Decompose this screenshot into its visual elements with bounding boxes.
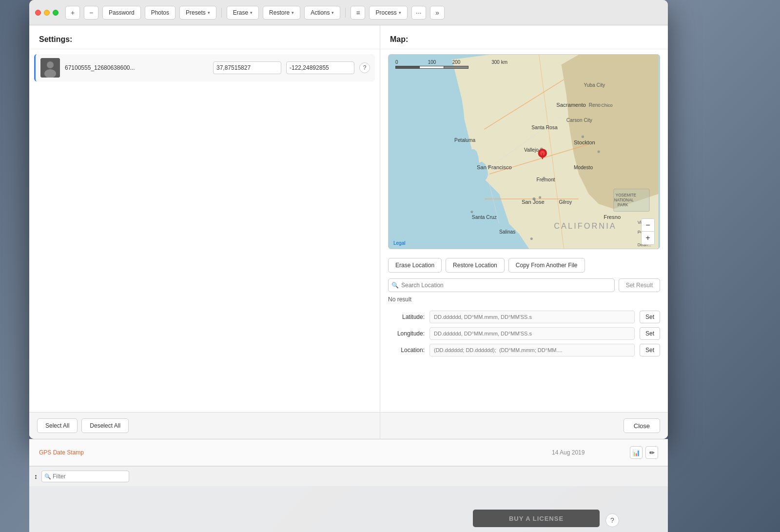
gps-stamp-text: GPS Date Stamp [34,449,552,456]
list-view-button[interactable]: ≡ [351,6,365,20]
more-button[interactable]: ··· [411,6,426,20]
legal-link[interactable]: Legal [393,240,405,246]
filter-input[interactable] [41,471,129,482]
location-set-button[interactable]: Set [640,344,660,356]
map-header: Map: [380,25,668,49]
photo-list-item[interactable]: 67100555_12680638600... ? [34,54,375,81]
search-location-input[interactable] [388,278,615,292]
svg-text:Santa Rosa: Santa Rosa [531,125,558,130]
no-result-label: No result [380,295,668,307]
minimize-window-button[interactable] [44,10,50,16]
coordinate-section: Latitude: Set Longitude: Set Location: S… [380,307,668,360]
svg-point-36 [582,136,584,138]
zoom-in-button[interactable]: + [642,232,654,244]
scale-label-100: 100 [420,59,444,65]
filter-bar: ↕ 🔍 [29,466,668,486]
below-window-area: GPS Date Stamp 14 Aug 2019 📊 ✏ ↕ 🔍 BUY A… [29,439,668,532]
expand-button[interactable]: » [430,6,445,20]
left-bottom-bar: Select All Deselect All [29,412,380,439]
photos-button[interactable]: Photos [145,6,176,20]
buy-license-button[interactable]: BUY A LICENSE [473,510,600,527]
presets-chevron-icon: ▾ [208,10,210,15]
svg-text:Reno: Reno [589,102,601,108]
help-button[interactable]: ? [359,62,370,73]
map-container[interactable]: Sacramento Stockton Santa Rosa Petaluma … [388,54,660,249]
restore-location-button[interactable]: Restore Location [446,258,505,273]
latitude-label: Latitude: [388,314,425,320]
svg-text:YOSEMITE: YOSEMITE [616,193,637,197]
set-result-button[interactable]: Set Result [619,278,660,292]
map-svg: Sacramento Stockton Santa Rosa Petaluma … [389,55,660,249]
process-button[interactable]: Process ▾ [369,6,407,20]
search-area: 🔍 Set Result [380,276,668,295]
photo-list: 67100555_12680638600... ? [29,49,380,412]
scale-label-0: 0 [395,59,420,65]
scale-label-200: 200 [444,59,468,65]
content-area: Settings: 67100555_12680638600... [29,25,668,439]
map-scale: 0 100 200 300 km [395,59,507,69]
location-label: Location: [388,347,425,354]
zoom-out-button[interactable]: − [642,219,654,232]
close-window-button[interactable] [35,10,41,16]
erase-location-button[interactable]: Erase Location [388,258,442,273]
restore-chevron-icon: ▾ [292,10,294,15]
svg-text:Salinas: Salinas [499,229,515,235]
bottom-help-button[interactable]: ? [605,513,619,527]
svg-text:Fresno: Fresno [604,214,621,220]
select-all-button[interactable]: Select All [37,418,78,433]
actions-chevron-icon: ▾ [332,10,334,15]
svg-point-1 [47,61,54,68]
map-zoom-controls: − + [641,218,655,245]
add-button[interactable]: + [65,6,80,20]
svg-text:Petaluma: Petaluma [454,138,475,143]
scale-seg-2 [420,66,444,69]
latitude-row: Latitude: Set [388,311,660,323]
svg-point-33 [488,165,491,168]
settings-panel: Settings: 67100555_12680638600... [29,25,380,439]
process-chevron-icon: ▾ [399,10,401,15]
scale-seg-3 [444,66,468,69]
erase-button[interactable]: Erase ▾ [227,6,259,20]
deselect-all-button[interactable]: Deselect All [81,418,129,433]
svg-text:CALIFORNIA: CALIFORNIA [554,221,617,230]
sort-icon[interactable]: ↕ [34,473,38,480]
svg-text:Vallejo: Vallejo [524,147,539,153]
longitude-input[interactable] [429,327,635,340]
right-bottom-bar: Close [380,412,668,439]
filter-search-icon: 🔍 [44,473,51,480]
copy-from-another-file-button[interactable]: Copy From Another File [508,258,585,273]
remove-button[interactable]: − [84,6,98,20]
svg-text:Gilroy: Gilroy [559,199,572,205]
svg-point-35 [543,177,545,179]
svg-text:Sacramento: Sacramento [556,102,586,108]
longitude-label: Longitude: [388,330,425,337]
svg-text:Yuba City: Yuba City [584,82,605,88]
location-input[interactable] [429,344,635,356]
chart-icon-button[interactable]: 📊 [630,446,643,459]
password-button[interactable]: Password [102,6,141,20]
svg-text:Modesto: Modesto [574,165,593,170]
map-panel: Map: [380,25,668,439]
actions-button[interactable]: Actions ▾ [304,6,340,20]
presets-button[interactable]: Presets ▾ [179,6,216,20]
scale-seg-1 [395,66,420,69]
edit-icon-button[interactable]: ✏ [645,446,658,459]
photo-thumbnail [40,58,60,78]
settings-header: Settings: [29,25,380,49]
restore-button[interactable]: Restore ▾ [263,6,300,20]
svg-text:Stockton: Stockton [574,139,595,145]
latitude-input[interactable] [429,311,635,323]
svg-text:Carson City: Carson City [566,118,593,123]
main-window: + − Password Photos Presets ▾ Erase ▾ Re… [29,0,668,439]
photo-filename: 67100555_12680638600... [65,64,208,71]
svg-text:San Francisco: San Francisco [477,164,512,170]
svg-point-39 [530,237,533,240]
svg-text:Santa Cruz: Santa Cruz [472,215,497,220]
close-button[interactable]: Close [624,418,660,433]
latitude-field[interactable] [213,61,281,74]
longitude-set-button[interactable]: Set [640,327,660,340]
latitude-set-button[interactable]: Set [640,311,660,323]
fullscreen-window-button[interactable] [53,10,58,16]
longitude-field[interactable] [286,61,354,74]
table-row[interactable]: GPS Date Stamp 14 Aug 2019 📊 ✏ [29,439,668,466]
